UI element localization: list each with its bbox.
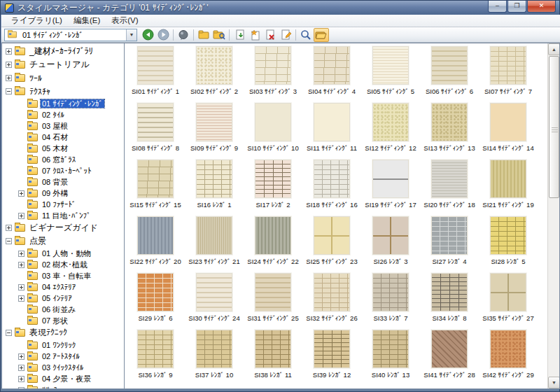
tree-node[interactable]: チュートリアル (4, 58, 124, 71)
menu-item-edit[interactable]: 編集(E) (68, 15, 106, 27)
style-item[interactable]: SI03 ｻｲﾃﾞｨﾝｸﾞ 3 (244, 45, 302, 102)
style-item[interactable]: SI17 ﾚﾝｶﾞ 2 (244, 158, 302, 215)
style-thumbnail[interactable] (314, 160, 350, 198)
style-item[interactable]: SI05 ｻｲﾃﾞｨﾝｸﾞ 5 (361, 45, 420, 102)
menu-item-library[interactable]: ライブラリ(L) (6, 15, 68, 27)
style-thumbnail[interactable] (490, 330, 526, 368)
style-thumbnail[interactable] (372, 330, 409, 368)
style-thumbnail[interactable] (137, 103, 174, 141)
style-thumbnail[interactable] (490, 273, 526, 312)
style-thumbnail[interactable] (255, 160, 291, 198)
tree-node[interactable]: 01 人物・動物 (4, 248, 124, 259)
expand-icon[interactable] (18, 251, 24, 257)
style-item[interactable]: SI23 ｻｲﾃﾞｨﾝｸﾞ 21 (185, 215, 244, 272)
style-thumbnail[interactable] (196, 103, 232, 141)
style-thumbnail[interactable] (431, 273, 468, 312)
style-item[interactable]: SI29 ﾚﾝｶﾞ 6 (126, 272, 185, 328)
browse-folder-button[interactable] (211, 28, 227, 42)
tree-node[interactable]: 表現ﾃｸﾆｯｸ (4, 326, 124, 340)
expand-icon[interactable] (6, 225, 12, 231)
tree-node[interactable]: ﾂｰﾙ (4, 71, 124, 85)
style-thumbnail[interactable] (137, 273, 174, 312)
tree-node[interactable]: 11 目地･ﾊﾞﾝﾌﾟ (4, 210, 124, 221)
style-thumbnail[interactable] (196, 160, 232, 198)
forward-button[interactable] (155, 28, 171, 42)
style-item[interactable]: SI08 ｻｲﾃﾞｨﾝｸﾞ 8 (126, 102, 185, 158)
tree-node-selected[interactable]: 01 ｻｲﾃﾞｨﾝｸﾞ･ﾚﾝｶﾞ (4, 98, 124, 109)
tree-node[interactable]: 07 ｸﾛｽ･ｶｰﾍﾟｯﾄ (4, 165, 124, 176)
expand-icon[interactable] (6, 62, 12, 68)
style-thumbnail[interactable] (137, 160, 174, 198)
back-button[interactable] (140, 28, 155, 42)
balloon-button[interactable] (176, 28, 191, 42)
style-thumbnail[interactable] (137, 216, 174, 255)
scrollbar-thumb[interactable] (549, 56, 559, 198)
style-item[interactable]: SI16 ﾚﾝｶﾞ 1 (185, 158, 244, 215)
style-thumbnail[interactable] (490, 46, 526, 85)
style-item[interactable]: SI42 ｻｲﾃﾞｨﾝｸﾞ 29 (479, 328, 538, 385)
tree-node[interactable]: 05 ｲﾝﾃﾘｱ (4, 293, 124, 304)
scroll-up-icon[interactable]: ▲ (548, 43, 560, 55)
expand-icon[interactable] (18, 295, 24, 302)
style-item[interactable]: SI07 ｻｲﾃﾞｨﾝｸﾞ 7 (479, 45, 538, 102)
style-thumbnail[interactable] (431, 46, 468, 85)
style-thumbnail[interactable] (431, 330, 468, 368)
expand-icon[interactable] (18, 213, 24, 219)
category-combobox[interactable]: 01 ｻｲﾃﾞｨﾝｸﾞ･ﾚﾝｶﾞ ▼ (4, 29, 137, 41)
tree-node[interactable]: 02 樹木･植栽 (4, 259, 124, 270)
menu-item-view[interactable]: 表示(V) (106, 15, 144, 27)
style-thumbnail[interactable] (137, 46, 174, 85)
style-item[interactable]: SI21 ｻｲﾃﾞｨﾝｸﾞ 19 (479, 158, 538, 215)
chevron-down-icon[interactable]: ▼ (126, 29, 136, 41)
tree-node[interactable]: 09 外構 (4, 188, 124, 199)
style-item[interactable]: SI14 ｻｲﾃﾞｨﾝｸﾞ 14 (479, 102, 538, 158)
tree-node[interactable]: 03 車・自転車 (4, 270, 124, 281)
style-thumbnail[interactable] (255, 216, 291, 255)
style-item[interactable]: SI38 ﾚﾝｶﾞ 11 (244, 328, 302, 385)
expand-icon[interactable] (18, 284, 24, 290)
import-button[interactable] (232, 28, 247, 42)
expand-icon[interactable] (6, 48, 12, 55)
tree-node[interactable]: 01 ﾜﾝｸﾘｯｸ (4, 340, 124, 351)
tree-node[interactable]: 05 木材 (4, 143, 124, 154)
tree-node[interactable]: 04 夕景・夜景 (4, 373, 124, 384)
maximize-button[interactable]: ❐ (507, 1, 526, 13)
style-thumbnail[interactable] (490, 103, 526, 141)
style-item[interactable]: SI01 ｻｲﾃﾞｨﾝｸﾞ 1 (126, 45, 185, 102)
style-item[interactable]: SI28 ﾚﾝｶﾞ 5 (479, 215, 538, 272)
tree-node[interactable]: ﾘﾘｰｽ (4, 384, 124, 389)
tree-node[interactable]: 02 ｱｰﾄｽﾀｲﾙ (4, 351, 124, 362)
tree-node[interactable]: 10 ﾌｧｻｰﾄﾞ (4, 199, 124, 210)
style-item[interactable]: SI32 ｻｲﾃﾞｨﾝｸﾞ 26 (302, 272, 361, 328)
style-item[interactable]: SI04 ｻｲﾃﾞｨﾝｸﾞ 4 (302, 45, 361, 102)
style-thumbnail[interactable] (372, 160, 409, 198)
collapse-icon[interactable] (6, 238, 12, 244)
edit-style-button[interactable] (278, 28, 293, 42)
style-item[interactable]: SI35 ｻｲﾃﾞｨﾝｸﾞ 27 (479, 272, 538, 328)
style-item[interactable]: SI22 ｻｲﾃﾞｨﾝｸﾞ 20 (126, 215, 185, 272)
style-item[interactable]: SI34 ﾚﾝｶﾞ 8 (420, 272, 479, 328)
tree-node[interactable]: 08 背景 (4, 176, 124, 188)
style-thumbnail[interactable] (196, 216, 232, 255)
tree-node[interactable]: ﾃｸｽﾁｬ (4, 85, 124, 98)
open-folder-button[interactable] (314, 28, 329, 42)
expand-icon[interactable] (18, 376, 24, 382)
style-thumbnail[interactable] (196, 273, 232, 312)
style-thumbnail[interactable] (431, 216, 468, 255)
expand-icon[interactable] (6, 75, 12, 81)
tree-node[interactable]: 点景 (4, 234, 124, 248)
tree-node[interactable]: 03 屋根 (4, 120, 124, 132)
style-thumbnail[interactable] (255, 103, 291, 141)
expand-icon[interactable] (18, 354, 24, 360)
style-thumbnail[interactable] (490, 160, 526, 198)
expand-icon[interactable] (18, 365, 24, 371)
tree-node[interactable]: ビギナーズガイド (4, 221, 124, 234)
style-thumbnail[interactable] (255, 273, 291, 312)
style-thumbnail[interactable] (490, 216, 526, 255)
style-item[interactable]: SI33 ﾚﾝｶﾞ 7 (361, 272, 420, 328)
style-thumbnail[interactable] (137, 330, 174, 368)
scroll-down-icon[interactable]: ▼ (548, 377, 560, 388)
tree-node[interactable]: 04 石材 (4, 132, 124, 143)
style-item[interactable]: SI31 ｻｲﾃﾞｨﾝｸﾞ 25 (244, 272, 302, 328)
style-item[interactable]: SI37 ﾚﾝｶﾞ 10 (185, 328, 244, 385)
